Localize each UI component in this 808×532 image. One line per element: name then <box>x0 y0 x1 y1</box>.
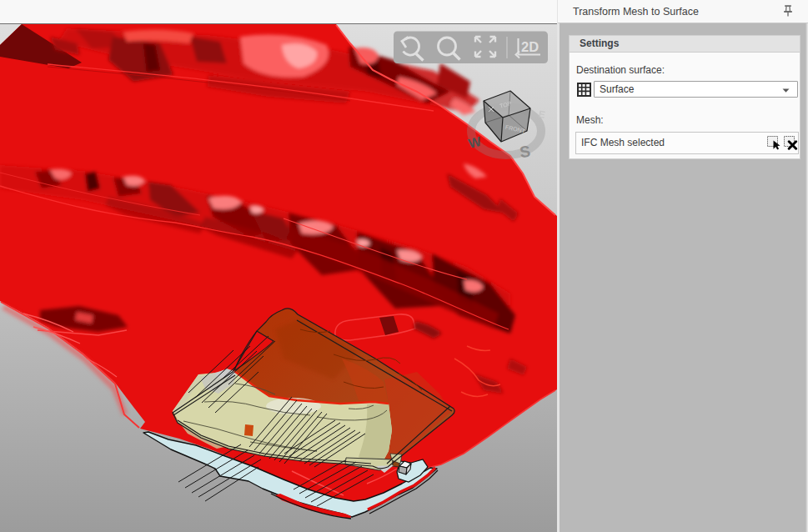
svg-text:2D: 2D <box>521 39 539 54</box>
